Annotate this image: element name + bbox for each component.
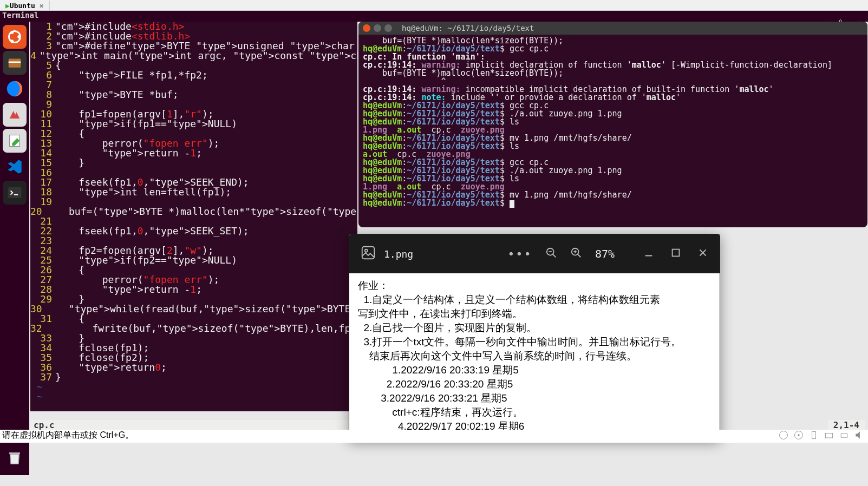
svg-line-15: [553, 254, 556, 258]
svg-rect-7: [9, 62, 21, 63]
svg-point-5: [10, 40, 14, 43]
window-titlebar: Terminal: [0, 11, 868, 22]
launcher-settings[interactable]: [3, 103, 27, 127]
zoom-out-button[interactable]: [545, 247, 557, 261]
zoom-level: 87%: [595, 247, 615, 260]
usb-icon[interactable]: [808, 430, 819, 443]
svg-rect-22: [673, 249, 680, 257]
launcher-text-editor[interactable]: [3, 129, 27, 153]
image-viewer-filename: 1.png: [384, 248, 413, 260]
vm-tab-play-icon: ▶: [5, 2, 10, 10]
vim-editor[interactable]: 1 "cm">#include <stdio.h>2 "cm">#include…: [30, 22, 357, 411]
svg-line-18: [578, 254, 581, 258]
gnome-terminal[interactable]: hq@eduVm: ~/6171/io/day5/text buf=(BYTE …: [358, 22, 867, 227]
svg-point-3: [17, 35, 21, 38]
svg-rect-10: [8, 187, 22, 198]
vm-hint-text: 请在虚拟机内部单击或按 Ctrl+G。: [2, 430, 134, 439]
svg-point-13: [365, 249, 368, 252]
launcher-terminal[interactable]: [3, 181, 27, 205]
svg-point-25: [780, 431, 788, 439]
terminal-output[interactable]: buf=(BYTE *)malloc(len*sizeof(BYTE));hq@…: [358, 35, 867, 210]
minimize-icon[interactable]: [643, 247, 655, 261]
vm-status-icons: [778, 430, 865, 443]
maximize-icon[interactable]: [670, 247, 682, 261]
vm-hint-bar: 请在虚拟机内部单击或按 Ctrl+G。: [0, 430, 868, 443]
vm-tab[interactable]: ▶ Ubuntu ×: [0, 1, 50, 11]
close-button[interactable]: [363, 24, 370, 32]
launcher-trash[interactable]: [3, 446, 27, 470]
launcher-files[interactable]: [3, 51, 27, 75]
launcher-vscode[interactable]: [3, 155, 27, 179]
image-icon: [360, 245, 376, 263]
maximize-button[interactable]: [384, 24, 392, 32]
disk-icon[interactable]: [778, 430, 789, 443]
launcher-dock: [0, 22, 29, 475]
net-icon[interactable]: [824, 430, 834, 443]
launcher-firefox[interactable]: [3, 77, 27, 101]
close-icon[interactable]: [697, 247, 709, 261]
sound-status-icon[interactable]: [854, 430, 865, 443]
close-icon[interactable]: ×: [40, 2, 44, 10]
cd-icon[interactable]: [793, 430, 804, 443]
vim-cursor-pos: 2,1-4: [828, 420, 865, 431]
vm-tab-bar: ▶ Ubuntu ×: [0, 0, 868, 11]
minimize-button[interactable]: [374, 24, 381, 32]
vm-tab-label: Ubuntu: [10, 2, 35, 10]
terminal-title: hq@eduVm: ~/6171/io/day5/text: [402, 24, 534, 32]
svg-rect-28: [812, 431, 816, 438]
image-viewer-toolbar: 1.png ••• 87%: [349, 234, 720, 273]
image-viewer-window: 1.png ••• 87% 作业： 1.自定义一个结构体，且定义一个结构体数组，…: [349, 234, 720, 441]
window-title: Terminal: [2, 11, 38, 19]
more-button[interactable]: •••: [507, 247, 532, 261]
svg-rect-6: [9, 59, 21, 68]
svg-rect-30: [841, 434, 847, 438]
launcher-ubuntu[interactable]: [3, 25, 27, 49]
image-viewer-content: 作业： 1.自定义一个结构体，且定义一个结构体数组，将结构体数组元素 写到文件中…: [349, 273, 720, 441]
svg-rect-29: [825, 434, 832, 438]
printer-icon[interactable]: [839, 430, 850, 443]
vim-filename: cp.c: [34, 420, 55, 431]
terminal-titlebar: hq@eduVm: ~/6171/io/day5/text: [358, 22, 867, 35]
svg-point-4: [10, 31, 14, 34]
vim-statusline: cp.c: [30, 420, 357, 431]
svg-point-27: [798, 434, 799, 436]
svg-rect-12: [362, 247, 375, 259]
zoom-in-button[interactable]: [570, 247, 582, 261]
